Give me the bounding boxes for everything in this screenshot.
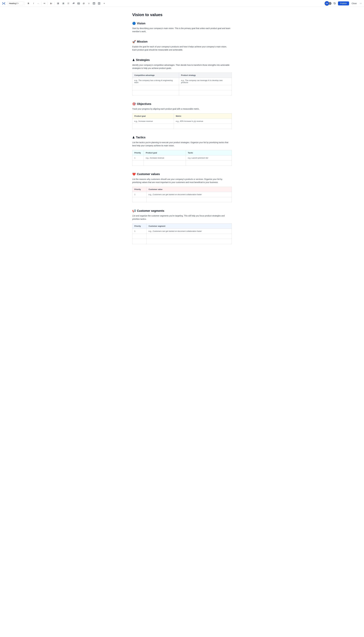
objectives-emoji: 🎯	[132, 102, 136, 106]
table-row: 1 e.g., Increase revenue e.g. Launch pre…	[132, 155, 232, 160]
customer-segments-row2-col1[interactable]	[132, 234, 146, 239]
tactics-row1-col2[interactable]: e.g., Increase revenue	[144, 155, 186, 160]
strategies-table-header-row: Competitive advantage Product strategy	[132, 73, 232, 78]
section-customer-values: ❤️ Customer values List the reasons why …	[132, 172, 232, 202]
section-desc-objectives: Track your progress by aligning each pro…	[132, 107, 232, 110]
more-options-button[interactable]: ···	[359, 2, 362, 5]
align-chevron-icon: ▾	[45, 3, 45, 4]
table-row	[132, 239, 232, 244]
tactics-col-tactic: Tactic	[186, 150, 232, 155]
table-row	[132, 124, 232, 129]
customer-values-row1-col1[interactable]: 1	[132, 192, 146, 197]
columns-icon	[98, 2, 100, 5]
more-insert-button[interactable]: +	[102, 1, 106, 6]
customer-values-row2-col1[interactable]	[132, 197, 146, 202]
color-button[interactable]: A ▾	[49, 1, 53, 6]
tactics-table-header-row: Priority Product goal Tactic	[132, 150, 232, 155]
svg-rect-9	[63, 3, 64, 4]
customer-segments-row3-col2[interactable]	[146, 239, 232, 244]
section-heading-strategies: ♟ Strategies	[132, 58, 232, 62]
table-row: 1 e.g., Customers can get started on doc…	[132, 229, 232, 234]
mission-emoji: 🚀	[132, 40, 136, 43]
italic-button[interactable]: I	[32, 1, 36, 6]
section-strategies: ♟ Strategies Identify your company's com…	[132, 58, 232, 96]
link-button[interactable]	[72, 1, 76, 6]
color-a-icon: A	[50, 2, 51, 5]
heading-selector[interactable]: Heading 2 ▾	[8, 2, 23, 5]
numbered-list-icon: 1. 2. 3.	[62, 2, 64, 5]
heading-chevron-icon: ▾	[18, 3, 19, 4]
section-heading-customer-segments: 📢 Customer segments	[132, 209, 232, 212]
customer-segments-table: Priority Customer segment 1 e.g., Custom…	[132, 223, 232, 244]
bullet-list-button[interactable]	[56, 1, 60, 6]
svg-rect-11	[63, 4, 64, 4]
strategies-row3-col1[interactable]	[132, 90, 179, 95]
objectives-row2-col1[interactable]	[132, 124, 174, 129]
customer-segments-col-segment: Customer segment	[146, 224, 232, 229]
table-button[interactable]	[92, 1, 96, 6]
tactics-row1-col1[interactable]: 1	[132, 155, 144, 160]
svg-point-2	[57, 3, 58, 4]
align-icon: ≡	[44, 2, 45, 5]
numbered-list-button[interactable]: 1. 2. 3.	[61, 1, 66, 6]
section-desc-mission: Explain the goal for each of your compan…	[132, 45, 232, 52]
history-button[interactable]	[332, 1, 337, 6]
strategies-row1-col2[interactable]: e.g., The company can leverage AI to dev…	[179, 78, 232, 85]
toolbar-divider-2	[41, 2, 42, 5]
mention-button[interactable]: @	[82, 1, 86, 6]
publish-button[interactable]: Publish	[338, 2, 349, 6]
tactics-row2-col3[interactable]	[186, 160, 232, 166]
bullet-list-icon	[57, 2, 59, 5]
section-heading-mission: 🚀 Mission	[132, 40, 232, 43]
link-icon	[72, 2, 75, 5]
strategies-row1-col1[interactable]: e.g., The company has a strong AI engine…	[132, 78, 179, 85]
section-heading-customer-values: ❤️ Customer values	[132, 172, 232, 176]
table-row	[132, 234, 232, 239]
columns-button[interactable]	[97, 1, 101, 6]
bold-button[interactable]: B	[26, 1, 30, 6]
tactics-table: Priority Product goal Tactic 1 e.g., Inc…	[132, 150, 232, 166]
objectives-row1-col2[interactable]: e.g., 40% increase in y/y revenue	[174, 119, 232, 124]
emoji-button[interactable]: ☺	[87, 1, 91, 6]
checkbox-button[interactable]: ☑	[66, 1, 70, 6]
customer-values-emoji: ❤️	[132, 172, 136, 176]
avatar-group: CK +	[324, 1, 332, 6]
strategies-col-strategy: Product strategy	[179, 73, 232, 78]
customer-segments-row2-col2[interactable]	[146, 234, 232, 239]
more-format-button[interactable]: ···	[36, 1, 40, 6]
customer-segments-row1-col2[interactable]: e.g., Customers can get started on docum…	[146, 229, 232, 234]
image-button[interactable]	[76, 1, 81, 6]
table-row	[132, 85, 232, 90]
section-desc-vision: Start by describing your company's main …	[132, 27, 232, 33]
add-collaborator-button[interactable]: +	[328, 2, 332, 5]
customer-segments-row3-col1[interactable]	[132, 239, 146, 244]
objectives-row1-col1[interactable]: e.g., Increase revenue	[132, 119, 174, 124]
svg-point-0	[57, 3, 58, 3]
toolbar-right: CK + Publish Close ···	[324, 1, 362, 6]
section-mission: 🚀 Mission Explain the goal for each of y…	[132, 40, 232, 52]
strategies-row2-col2[interactable]	[179, 85, 232, 90]
customer-values-row1-col2[interactable]: e.g., Customers can get started on docum…	[146, 192, 232, 197]
objectives-row2-col2[interactable]	[174, 124, 232, 129]
strategies-col-advantage: Competitive advantage	[132, 73, 179, 78]
customer-values-row2-col2[interactable]	[146, 197, 232, 202]
section-heading-objectives: 🎯 Objectives	[132, 102, 232, 106]
document-title: Vision to values	[132, 13, 232, 17]
close-button[interactable]: Close	[350, 2, 358, 6]
logo-icon	[2, 2, 6, 6]
svg-rect-18	[99, 3, 100, 5]
strategies-row3-col2[interactable]	[179, 90, 232, 95]
strategies-table: Competitive advantage Product strategy e…	[132, 73, 232, 95]
customer-segments-row1-col1[interactable]: 1	[132, 229, 146, 234]
align-button[interactable]: ≡ ▾	[43, 1, 46, 6]
table-row	[132, 90, 232, 95]
strategies-row2-col1[interactable]	[132, 85, 179, 90]
tactics-emoji: ♟	[132, 136, 135, 139]
heading-selector-label: Heading 2	[9, 2, 17, 5]
objectives-table-header-row: Product goal Metric	[132, 113, 232, 119]
tactics-row2-col2[interactable]	[144, 160, 186, 166]
tactics-col-priority: Priority	[132, 150, 144, 155]
tactics-row2-col1[interactable]	[132, 160, 144, 166]
customer-segments-emoji: 📢	[132, 209, 136, 212]
tactics-row1-col3[interactable]: e.g. Launch premium tier	[186, 155, 232, 160]
